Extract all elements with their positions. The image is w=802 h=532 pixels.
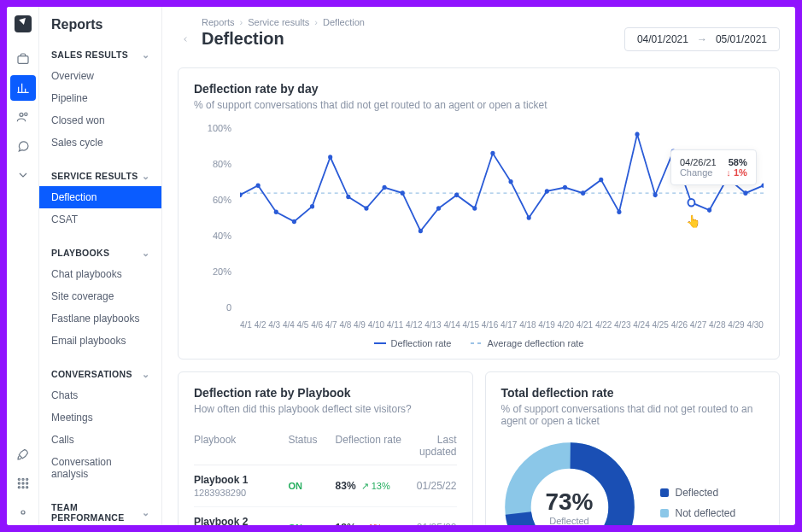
rail-apps-icon[interactable] [10,471,36,496]
sidebar-item[interactable]: Conversation analysis [39,451,161,485]
arrow-right-icon: → [697,33,707,45]
breadcrumb-item: Deflection [323,17,365,27]
breadcrumb-item[interactable]: Reports [202,17,235,27]
sidebar-title: Reports [39,17,161,44]
svg-point-16 [274,210,278,215]
section-head[interactable]: PLAYBOOKS⌄ [39,243,161,263]
svg-point-15 [256,183,261,188]
donut-percent: 73% [545,488,593,516]
svg-point-4 [21,478,23,480]
chevron-down-icon: ⌄ [142,507,149,517]
rail-bar-chart-icon[interactable] [10,75,36,101]
svg-point-42 [743,190,747,196]
tooltip-value: 58% [729,157,747,167]
svg-point-12 [21,511,25,514]
svg-point-25 [436,206,441,211]
sidebar-item[interactable]: Site coverage [39,285,161,307]
rail-briefcase-icon[interactable] [10,46,36,72]
svg-point-27 [472,206,477,211]
sidebar-item[interactable]: Deflection [39,186,161,208]
svg-point-37 [653,193,658,198]
section-head[interactable]: SALES RESULTS⌄ [39,44,161,65]
chevron-down-icon: ⌄ [142,369,149,379]
svg-point-31 [545,189,549,194]
rail-chat-icon[interactable] [10,133,36,159]
svg-point-10 [21,487,23,488]
chevron-down-icon: ⌄ [142,50,149,60]
svg-rect-0 [18,56,28,64]
chevron-down-icon: ⌄ [142,171,149,181]
svg-point-21 [364,206,368,211]
donut-chart[interactable]: 73% Deflected [501,439,638,525]
section-head[interactable]: CONVERSATIONS⌄ [39,364,161,384]
chart-subtitle: % of support conversations that did not … [194,99,764,111]
date-to: 05/01/2021 [716,33,767,45]
tooltip-date: 04/26/21 [680,157,717,167]
rail-users-icon[interactable] [10,104,36,130]
section-head[interactable]: SERVICE RESULTS⌄ [39,166,161,186]
svg-point-11 [26,487,27,488]
svg-point-36 [635,132,639,137]
chart-tooltip: 04/26/2158% Change↓ 1% [670,149,757,185]
table-row[interactable]: Playbook 11283938290 ON 83%↗ 13% 01/25/2… [194,465,457,507]
rail-settings-icon[interactable] [10,500,36,525]
svg-point-34 [599,178,603,183]
svg-point-3 [18,478,20,480]
sidebar-item[interactable]: Closed won [39,109,161,132]
line-chart[interactable]: 100%80%60%40%20%0 04/26/2158% Change↓ 1%… [194,123,764,345]
sidebar-item[interactable]: Email playbooks [39,330,161,352]
sidebar-item[interactable]: Chats [39,384,161,406]
total-subtitle: % of support conversations that did not … [501,403,764,427]
svg-point-26 [454,193,459,198]
legend-item: Not deflected [660,507,736,519]
tooltip-change-value: ↓ 1% [726,167,746,178]
back-button[interactable] [178,32,193,47]
playbook-table: Playbook Status Deflection rate Last upd… [194,427,457,525]
sidebar-item[interactable]: Calls [39,429,161,451]
table-header: Playbook Status Deflection rate Last upd… [194,427,457,465]
svg-point-5 [26,478,27,480]
breadcrumb-item[interactable]: Service results [248,17,309,27]
sidebar-item[interactable]: Fastlane playbooks [39,307,161,330]
legend-swatch-series [374,342,386,344]
breadcrumb: Reports›Service results›Deflection [202,17,624,27]
total-deflection-card: Total deflection rate % of support conve… [485,371,781,525]
section-head[interactable]: TEAM PERFORMANCE⌄ [39,497,161,525]
sidebar-item[interactable]: Chat playbooks [39,263,161,285]
playbook-subtitle: How often did this playbook deflect site… [194,403,457,415]
sidebar-item[interactable]: CSAT [39,208,161,231]
svg-point-28 [490,151,495,156]
date-from: 04/01/2021 [637,33,688,45]
chart-card: Deflection rate by day % of support conv… [178,67,780,360]
date-range-picker[interactable]: 04/01/2021 → 05/01/2021 [624,27,780,51]
table-row[interactable]: Playbook 21283938292 ON 18%↓ 1% 01/25/22 [194,507,457,525]
legend-swatch-avg [471,342,483,344]
x-axis: 4/14/24/34/44/54/64/74/84/94/104/114/124… [240,320,764,330]
y-axis: 100%80%60%40%20%0 [194,123,231,313]
total-title: Total deflection rate [501,386,764,400]
svg-point-44 [688,199,694,207]
plot-area: 04/26/2158% Change↓ 1% 👆 [240,123,764,313]
icon-rail [7,7,39,525]
rail-collapse-icon[interactable] [10,162,36,188]
svg-point-8 [26,482,27,484]
status-badge: ON [288,523,302,525]
legend-item: Deflected [660,487,736,499]
chart-legend: Deflection rate Average deflection rate [194,338,764,348]
sidebar: Reports SALES RESULTS⌄OverviewPipelineCl… [39,7,162,525]
svg-point-20 [346,195,350,200]
svg-point-33 [581,190,585,196]
svg-point-24 [419,229,423,234]
playbook-title: Deflection rate by Playbook [194,386,457,400]
svg-point-23 [401,190,405,196]
svg-point-19 [328,155,332,160]
sidebar-item[interactable]: Sales cycle [39,132,161,154]
svg-point-29 [508,179,512,184]
svg-point-17 [292,219,296,225]
donut-label: Deflected [549,516,588,525]
rail-rocket-icon[interactable] [10,441,36,467]
tooltip-change-label: Change [680,167,713,178]
sidebar-item[interactable]: Pipeline [39,87,161,109]
sidebar-item[interactable]: Overview [39,65,161,87]
sidebar-item[interactable]: Meetings [39,406,161,429]
